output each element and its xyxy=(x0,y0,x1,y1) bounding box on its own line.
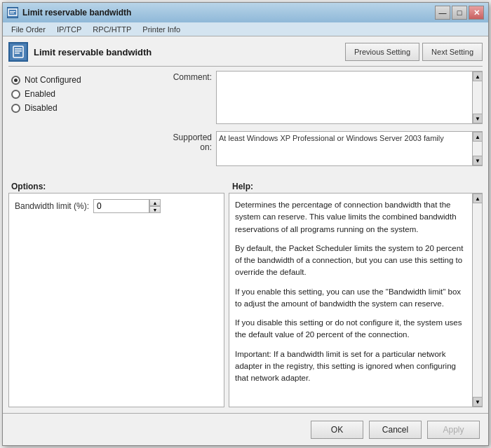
policy-icon xyxy=(8,42,28,62)
minimize-button[interactable]: — xyxy=(435,6,450,20)
sup-scroll-up[interactable]: ▲ xyxy=(473,132,483,142)
radio-not-configured[interactable]: Not Configured xyxy=(11,75,160,85)
comment-row: Comment: ▲ ▼ xyxy=(163,71,483,127)
maximize-button[interactable]: □ xyxy=(452,6,467,20)
help-scrollbar[interactable]: ▲ ▼ xyxy=(472,194,482,407)
help-para-5: Important: If a bandwidth limit is set f… xyxy=(235,348,468,385)
menu-item-iptcp[interactable]: IP/TCP xyxy=(51,25,87,34)
middle-section: Not Configured Enabled Disabled Comment: xyxy=(8,71,483,176)
scroll-track xyxy=(473,81,482,114)
radio-label-disabled: Disabled xyxy=(25,103,58,113)
spinner-up-btn[interactable]: ▲ xyxy=(149,199,161,206)
cancel-button[interactable]: Cancel xyxy=(369,421,422,439)
spinner-down-btn[interactable]: ▼ xyxy=(149,206,161,213)
help-scroll-up[interactable]: ▲ xyxy=(473,194,483,203)
comment-label: Comment: xyxy=(163,71,212,127)
help-panel: Determines the percentage of connection … xyxy=(229,193,483,407)
section-labels: Options: Help: xyxy=(8,180,483,193)
bandwidth-input[interactable] xyxy=(93,199,149,213)
title-bar: Limit reservable bandwidth — □ ✕ xyxy=(3,3,488,22)
ok-button[interactable]: OK xyxy=(311,421,363,439)
window-controls: — □ ✕ xyxy=(435,6,484,20)
help-para-1: Determines the percentage of connection … xyxy=(235,199,468,236)
options-help-section: Options: Help: Bandwidth limit (%): ▲ ▼ xyxy=(8,180,483,407)
menu-item-printer[interactable]: Printer Info xyxy=(137,25,186,34)
comment-box[interactable]: ▲ ▼ xyxy=(216,71,483,124)
apply-button[interactable]: Apply xyxy=(427,421,480,439)
svg-rect-6 xyxy=(15,53,20,54)
close-button[interactable]: ✕ xyxy=(469,6,484,20)
supported-label: Supported on: xyxy=(163,131,212,152)
prev-setting-button[interactable]: Previous Setting xyxy=(345,43,419,61)
radio-disabled[interactable]: Disabled xyxy=(11,103,160,113)
svg-rect-3 xyxy=(13,46,23,57)
scroll-up-btn[interactable]: ▲ xyxy=(473,72,483,81)
main-window: Limit reservable bandwidth — □ ✕ File Or… xyxy=(2,2,489,446)
window-title: Limit reservable bandwidth xyxy=(22,8,431,18)
radio-label-not-configured: Not Configured xyxy=(25,75,81,85)
bottom-bar: OK Cancel Apply xyxy=(3,413,488,445)
comment-scrollbar[interactable]: ▲ ▼ xyxy=(472,72,482,123)
bandwidth-row: Bandwidth limit (%): ▲ ▼ xyxy=(15,199,218,213)
svg-rect-4 xyxy=(15,48,22,50)
window-icon xyxy=(7,7,18,18)
radio-group: Not Configured Enabled Disabled xyxy=(8,71,163,117)
content-area: Limit reservable bandwidth Previous Sett… xyxy=(3,36,488,413)
sup-scroll-down[interactable]: ▼ xyxy=(473,156,483,165)
help-para-4: If you disable this setting or do not co… xyxy=(235,317,468,341)
bandwidth-label: Bandwidth limit (%): xyxy=(15,201,89,211)
menu-bar: File Order IP/TCP RPC/HTTP Printer Info xyxy=(3,22,488,36)
spinner-buttons: ▲ ▼ xyxy=(149,199,161,213)
help-label: Help: xyxy=(229,180,483,193)
radio-label-enabled: Enabled xyxy=(25,89,55,99)
radio-dot-not-configured xyxy=(11,76,20,85)
svg-rect-2 xyxy=(10,13,14,13)
help-scroll-down[interactable]: ▼ xyxy=(473,397,483,407)
left-panel: Not Configured Enabled Disabled xyxy=(8,71,163,176)
supported-row: Supported on: At least Windows XP Profes… xyxy=(163,131,483,166)
scroll-down-btn[interactable]: ▼ xyxy=(473,114,483,123)
menu-item-file[interactable]: File Order xyxy=(6,25,51,34)
svg-rect-5 xyxy=(15,50,22,52)
svg-rect-0 xyxy=(8,9,17,15)
supported-scrollbar[interactable]: ▲ ▼ xyxy=(472,132,482,165)
bandwidth-spinner[interactable]: ▲ ▼ xyxy=(93,199,161,213)
radio-dot-disabled xyxy=(11,104,20,113)
menu-item-rpc[interactable]: RPC/HTTP xyxy=(87,25,137,34)
supported-text: At least Windows XP Professional or Wind… xyxy=(219,134,444,142)
sup-scroll-track xyxy=(473,142,482,156)
options-label: Options: xyxy=(8,180,229,193)
oh-panels: Bandwidth limit (%): ▲ ▼ Determines xyxy=(8,193,483,407)
policy-header: Limit reservable bandwidth Previous Sett… xyxy=(8,42,483,67)
radio-enabled[interactable]: Enabled xyxy=(11,89,160,99)
help-para-3: If you enable this setting, you can use … xyxy=(235,286,468,311)
policy-title: Limit reservable bandwidth xyxy=(34,47,339,57)
help-scroll-track xyxy=(473,203,482,397)
radio-dot-enabled xyxy=(11,90,20,99)
right-panel: Comment: ▲ ▼ Supported on: At least Wind… xyxy=(163,71,483,176)
options-panel: Bandwidth limit (%): ▲ ▼ xyxy=(8,193,224,407)
supported-box: At least Windows XP Professional or Wind… xyxy=(216,131,483,166)
nav-buttons: Previous Setting Next Setting xyxy=(345,43,483,61)
help-text-area: Determines the percentage of connection … xyxy=(229,194,482,407)
svg-rect-1 xyxy=(10,11,15,12)
help-para-2: By default, the Packet Scheduler limits … xyxy=(235,243,468,279)
next-setting-button[interactable]: Next Setting xyxy=(422,43,483,61)
